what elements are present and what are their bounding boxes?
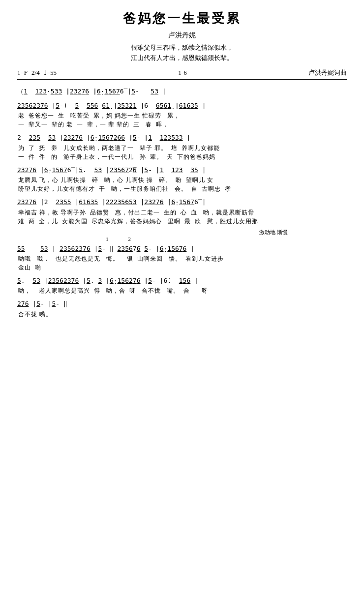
section-marks: 1 2	[106, 236, 347, 242]
score-block-2: 23562376 |5-) 5 556 6̣1̣ |35321 |6 6561̣…	[17, 100, 347, 129]
lyrics-5: 幸福吉 祥，教 导啊子孙 品德贤 惠，付出二老一 生的 心 血 哟，就是累断筋骨	[18, 208, 347, 217]
subtitle-line1: 很难父母三春晖，舐犊之情深似水，	[17, 43, 347, 53]
score-block-5: 23276 |2 2355 |6̣1̣6̣35 |22235653 |23276…	[17, 196, 347, 225]
lyrics-3: 为 了 抚 养 儿女成长哟，两老遭了一 辈子 罪。 培 养啊儿女都能	[18, 144, 347, 152]
lyrics-5b: 难 两 全，儿 女能为国 尽忠添光辉，爸爸妈妈心 里啊 最 欣 慰，胜过儿女用那	[18, 217, 347, 226]
composer: 卢洪丹妮词曲	[308, 68, 347, 77]
lyrics-4: 龙腾凤 飞，心 儿啊快操 碎 哟，心 儿啊快 操 碎。 盼 望啊儿 女	[18, 176, 347, 184]
notation-2: 23562376 |5-) 5 556 6̣1̣ |35321 |6 6561̣…	[17, 100, 347, 111]
subtitle-line2: 江山代有人才出，感恩戴德须长辈。	[17, 53, 347, 63]
notation-6: 55 53 | 23562376 |5- ‖ 23567̅6 5- |6̣·1̣…	[17, 243, 347, 254]
score-block-7: 5. 53 |23562376 |5. 3 |6̣·1̣56276 |5- |6…	[17, 275, 347, 295]
score-block-8: 2̇76 |5- |5- ‖ 合不拢 嘴。	[17, 298, 347, 318]
score-block-1: （1 123·533 |23276 |6̣·1̣5676̅ |5- 53 |	[17, 86, 347, 97]
key-left: 1=F 2/4 ♩=55	[17, 69, 57, 77]
notation-8: 2̇76 |5- |5- ‖	[17, 298, 347, 309]
lyrics-6b: 金山 哟	[18, 263, 347, 272]
notation-7: 5. 53 |23562376 |5. 3 |6̣·1̣56276 |5- |6…	[17, 275, 347, 286]
score-block-4: 23276 |6̣·1̣5676̅ |5. 53 |235672̅6 |5- |…	[17, 164, 347, 193]
tempo-mark: 激动地 渐慢	[17, 229, 347, 236]
lyrics-4b: 盼望儿女好，儿女有德有才 干 哟，一生服务咱们社 会。 自 古啊忠 孝	[18, 184, 347, 193]
notation-4: 23276 |6̣·1̣5676̅ |5. 53 |235672̅6 |5- |…	[17, 164, 347, 176]
score-block-3: 2 235 53 |23276 |6̣·1̣567266 |5- |1 1235…	[17, 132, 347, 161]
lyrics-8: 合不拢 嘴。	[18, 310, 347, 319]
page-title: 爸妈您一生最受累	[17, 10, 347, 27]
lyrics-2b: 一 辈又一 辈的 老 一 辈，一 辈 辈的 三 春 晖，	[18, 120, 347, 129]
key-info: 1=F 2/4 ♩=55 1-6 卢洪丹妮词曲	[17, 68, 347, 80]
section-1: 1	[106, 236, 109, 242]
notation-5: 23276 |2 2355 |6̣1̣6̣35 |22235653 |23276…	[17, 196, 347, 208]
lyrics-2: 老 爸爸您一 生 吃苦受 累，妈 妈您一生 忙碌劳 累，	[18, 111, 347, 120]
notation-3: 2 235 53 |23276 |6̣·1̣567266 |5- |1 1235…	[17, 132, 347, 143]
time-sig: 2/4	[31, 69, 40, 77]
section-2: 2	[128, 236, 131, 242]
tempo: ♩=55	[44, 69, 57, 77]
notation-1: （1 123·533 |23276 |6̣·1̣5676̅ |5- 53 |	[17, 86, 347, 97]
lyrics-6: 哟哦 哦， 也是无怨也是无 悔。 银 山啊来回 馈。 看到儿女进步	[18, 254, 347, 263]
lyrics-7: 哟， 老人家啊总是高兴 得 哟，合 呀 合不拢 嘴。 合 呀	[18, 286, 347, 295]
subtitle: 很难父母三春晖，舐犊之情深似水， 江山代有人才出，感恩戴德须长辈。	[17, 43, 347, 63]
range: 1-6	[178, 69, 186, 77]
lyrics-3b: 一 件 件 的 游子身上衣，一代一代儿 孙 辈。 天 下的爸爸妈妈	[18, 152, 347, 161]
score-block-6: 激动地 渐慢 1 2 55 53 | 23562376 |5- ‖ 23567̅…	[17, 229, 347, 272]
score-container: 爸妈您一生最受累 卢洪丹妮 很难父母三春晖，舐犊之情深似水， 江山代有人才出，感…	[15, 10, 349, 319]
score-body: （1 123·533 |23276 |6̣·1̣5676̅ |5- 53 | 2…	[17, 86, 347, 319]
author: 卢洪丹妮	[17, 31, 347, 40]
key: 1=F	[17, 69, 28, 77]
